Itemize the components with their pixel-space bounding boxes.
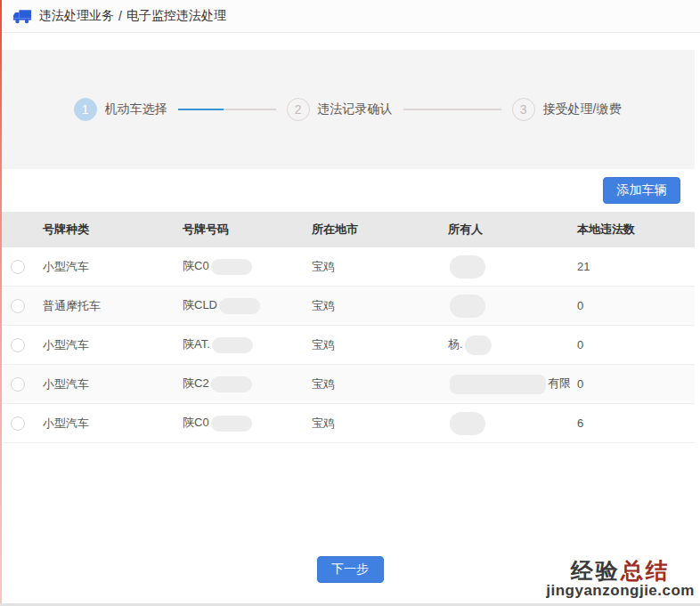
table-header-row: 号牌种类 号牌号码 所在地市 所有人 本地违法数 [0,212,695,247]
breadcrumb-section[interactable]: 违法处理业务 [39,8,114,24]
left-accent-line [0,0,2,606]
cell-city: 宝鸡 [305,376,441,392]
owner-suffix-text: 有限公... [548,376,570,390]
cell-plate-type: 普通摩托车 [36,298,175,314]
redaction-mask [219,298,260,314]
redaction-mask [211,416,252,432]
vehicle-radio[interactable] [11,260,25,274]
cell-plate-type: 小型汽车 [36,259,175,275]
plate-visible-text: 陕CLD [183,298,217,311]
header-plate-type: 号牌种类 [36,222,175,238]
radio-cell [0,299,36,313]
table-row[interactable]: 小型汽车 陕AT. 宝鸡 杨. 0 [0,326,695,365]
vehicle-radio[interactable] [11,377,25,392]
cell-owner [441,295,570,318]
step-3-circle: 3 [512,98,535,121]
table-row[interactable]: 普通摩托车 陕CLD 宝鸡 0 [0,287,695,326]
cell-owner [441,412,570,435]
cell-plate-type: 小型汽车 [36,416,175,432]
step-1-circle: 1 [74,98,97,121]
breadcrumb-bar: 违法处理业务 / 电子监控违法处理 [0,0,700,33]
watermark-site-url: jingyanzongjie.com [546,583,695,600]
watermark: 经验总结 jingyanzongjie.com [546,559,695,600]
watermark-title: 经验总结 [546,559,695,584]
redaction-mask [211,376,252,392]
step-2-circle: 2 [287,98,310,121]
redaction-mask [450,255,485,279]
breadcrumb-current-page: 电子监控违法处理 [126,8,226,24]
cell-violation-count: 0 [570,338,695,351]
cell-owner: 有限公... [441,375,570,394]
redaction-mask [212,337,253,353]
truck-icon [12,9,32,24]
watermark-title-dark: 经验 [571,558,621,583]
step-1-label: 机动车选择 [105,101,167,117]
next-step-button[interactable]: 下一步 [317,556,384,583]
table-row[interactable]: 小型汽车 陕C2 宝鸡 有限公... 0 [0,365,695,404]
radio-cell [0,416,36,431]
cell-violation-count: 0 [570,377,695,391]
radio-cell [0,338,36,352]
cell-city: 宝鸡 [305,259,441,275]
header-plate-number: 号牌号码 [175,222,305,238]
watermark-title-red: 总结 [621,558,671,583]
redaction-mask [450,375,546,394]
vehicle-radio[interactable] [11,416,25,431]
cell-violation-count: 6 [570,416,695,430]
redaction-mask [450,295,485,318]
table-row[interactable]: 小型汽车 陕C0 宝鸡 6 [0,404,695,443]
redaction-mask [450,412,485,435]
cell-violation-count: 0 [570,299,695,312]
cell-plate-number: 陕C2 [175,376,305,392]
header-city: 所在地市 [305,222,441,238]
toolbar: 添加车辆 [0,169,695,212]
cell-owner [441,255,570,279]
stepper: 1 机动车选择 2 违法记录确认 3 接受处理/缴费 [74,98,622,121]
table-row[interactable]: 小型汽车 陕C0 宝鸡 21 [0,247,695,287]
cell-city: 宝鸡 [305,416,441,432]
step-connector-2 [403,109,501,110]
cell-plate-type: 小型汽车 [36,376,175,392]
vehicle-radio[interactable] [11,299,25,313]
owner-visible-text: 杨. [448,337,463,351]
cell-violation-count: 21 [570,260,695,273]
plate-visible-text: 陕C0 [183,259,209,272]
step-3-label: 接受处理/缴费 [543,101,622,117]
vehicle-table: 号牌种类 号牌号码 所在地市 所有人 本地违法数 小型汽车 陕C0 宝鸡 21 … [0,212,695,443]
cell-plate-number: 陕CLD [175,297,305,314]
redaction-mask [211,259,252,275]
vehicle-radio[interactable] [11,338,25,352]
cell-plate-number: 陕C0 [175,415,305,432]
cell-city: 宝鸡 [305,298,441,314]
add-vehicle-button[interactable]: 添加车辆 [603,177,680,204]
header-violation-count: 本地违法数 [570,222,695,238]
step-connector-1 [178,109,276,110]
step-2-label: 违法记录确认 [318,101,393,117]
radio-cell [0,377,36,392]
plate-visible-text: 陕C0 [183,416,209,429]
cell-owner: 杨. [441,335,570,355]
cell-plate-number: 陕AT. [175,336,305,353]
cell-plate-type: 小型汽车 [36,337,175,353]
cell-city: 宝鸡 [305,337,441,353]
plate-visible-text: 陕AT. [183,337,210,351]
breadcrumb-separator: / [118,9,122,23]
page: 违法处理业务 / 电子监控违法处理 1 机动车选择 2 违法记录确认 3 接受处… [0,0,700,606]
radio-cell [0,260,36,274]
plate-visible-text: 陕C2 [183,376,209,390]
cell-plate-number: 陕C0 [175,258,305,275]
redaction-mask [465,335,492,355]
header-owner: 所有人 [441,222,570,238]
stepper-section: 1 机动车选择 2 违法记录确认 3 接受处理/缴费 [0,50,695,169]
